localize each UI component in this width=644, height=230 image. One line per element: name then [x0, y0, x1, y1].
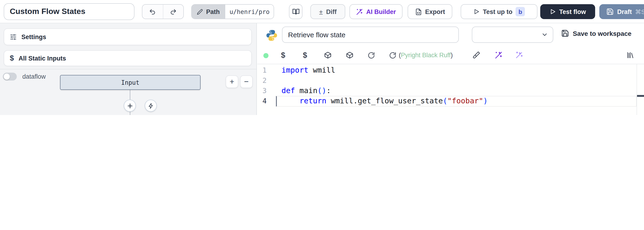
assistants-names: Pyright Black Ruff	[401, 52, 451, 59]
save-to-workspace-label: Save to workspace	[573, 30, 632, 37]
line-number: 4	[257, 96, 267, 106]
package-icon[interactable]	[346, 51, 354, 59]
diff-label: Diff	[326, 8, 337, 15]
settings-label: Settings	[22, 33, 46, 40]
add-step-button[interactable]	[124, 100, 136, 112]
draft-shortcut: ⌘S	[635, 8, 644, 15]
flow-node-input[interactable]: Input	[60, 75, 200, 90]
variables-icon[interactable]: $	[279, 51, 287, 59]
code-lines: 1import wmill23def main():4 return wmill…	[257, 65, 644, 106]
all-static-inputs-label: All Static Inputs	[18, 55, 66, 62]
node-label: Input	[121, 79, 139, 86]
add-trigger-button[interactable]	[145, 100, 157, 112]
redo-button[interactable]	[163, 5, 183, 19]
draft-button[interactable]: Draft ⌘S	[599, 4, 644, 19]
pencil-icon	[197, 9, 203, 15]
reload-icon[interactable]	[367, 51, 375, 59]
undo-button[interactable]	[142, 5, 163, 19]
code-line-3[interactable]: 3def main():	[257, 86, 644, 96]
code-line-4[interactable]: 4 return wmill.get_flow_user_state("foob…	[257, 96, 644, 106]
export-label: Export	[425, 8, 445, 15]
flow-sidebar: Settings $ All Static Inputs dataflow In…	[0, 23, 257, 115]
resources-icon[interactable]: $	[301, 51, 309, 59]
ai-builder-button[interactable]: AI Builder	[350, 4, 402, 19]
code-assistants-label[interactable]: (Pyright Black Ruff)	[399, 52, 453, 59]
line-number: 3	[257, 86, 267, 96]
test-up-to-button[interactable]: Test up to b	[461, 4, 538, 19]
assistants-paren-open: (	[399, 52, 401, 59]
step-editor-panel: Save to workspace $ $ (Pyright Black Ruf…	[257, 23, 644, 115]
ai-sparkles-icon[interactable]	[515, 51, 523, 59]
redo-icon	[170, 8, 177, 15]
reload-icon[interactable]	[388, 51, 396, 59]
code-line-2[interactable]: 2	[257, 75, 644, 86]
sidebar-divider	[0, 69, 256, 69]
docs-button[interactable]	[289, 4, 302, 19]
draft-label: Draft	[617, 8, 632, 15]
test-up-to-step-badge: b	[516, 7, 525, 16]
file-export-icon	[415, 8, 422, 15]
toggle-knob	[4, 74, 10, 80]
save-icon	[561, 29, 569, 37]
export-button[interactable]: Export	[408, 4, 452, 19]
wand-sparkles-icon	[356, 8, 363, 15]
line-number: 1	[257, 65, 267, 75]
sliders-icon	[10, 33, 17, 40]
python-icon	[265, 29, 278, 44]
diff-button[interactable]: ± Diff	[310, 4, 345, 19]
lightning-bolt-icon	[148, 103, 154, 109]
code-text: def main():	[282, 86, 331, 96]
format-brush-icon[interactable]	[472, 51, 480, 59]
top-toolbar: Path u/henri/pro ± Diff AI Builder Expor…	[0, 0, 644, 23]
plus-minus-icon: ±	[319, 8, 323, 16]
undo-redo-group	[142, 4, 184, 19]
all-static-inputs-button[interactable]: $ All Static Inputs	[4, 50, 252, 66]
test-flow-button[interactable]: Test flow	[540, 4, 595, 19]
path-label-segment[interactable]: Path	[192, 5, 225, 19]
play-icon	[549, 8, 556, 15]
zoom-in-button[interactable]: +	[226, 75, 238, 88]
package-icon[interactable]	[324, 51, 332, 59]
chevron-down-icon	[541, 31, 548, 40]
dataflow-toggle-row: dataflow	[3, 73, 46, 81]
test-flow-label: Test flow	[559, 8, 586, 15]
test-up-to-label: Test up to	[483, 8, 512, 15]
code-text: return wmill.get_flow_user_state("foobar…	[282, 96, 488, 106]
dollar-icon: $	[10, 54, 14, 62]
assistants-paren-close: )	[451, 52, 453, 59]
book-open-icon	[292, 8, 300, 15]
dataflow-toggle[interactable]	[3, 73, 17, 81]
line-number: 2	[257, 75, 267, 86]
code-text: import wmill	[282, 65, 335, 75]
language-select[interactable]	[472, 27, 553, 43]
save-icon	[606, 8, 614, 15]
path-control[interactable]: Path u/henri/pro	[191, 4, 274, 19]
step-name-input[interactable]	[282, 27, 459, 43]
ai-builder-label: AI Builder	[366, 8, 396, 15]
code-editor[interactable]: 1import wmill23def main():4 return wmill…	[257, 64, 644, 115]
flow-title-input[interactable]	[4, 3, 134, 20]
undo-icon	[149, 8, 156, 15]
path-value[interactable]: u/henri/pro	[225, 5, 274, 19]
library-icon[interactable]	[626, 51, 634, 59]
app-window: Path u/henri/pro ± Diff AI Builder Expor…	[0, 0, 644, 115]
path-label: Path	[206, 8, 220, 15]
save-to-workspace-button[interactable]: Save to workspace	[561, 29, 632, 37]
play-icon	[473, 8, 480, 15]
plus-icon	[127, 103, 133, 109]
settings-button[interactable]: Settings	[4, 28, 252, 45]
lint-status-dot	[263, 53, 268, 58]
code-line-1[interactable]: 1import wmill	[257, 65, 644, 75]
zoom-out-button[interactable]: −	[240, 75, 253, 88]
dataflow-label: dataflow	[22, 73, 46, 80]
ai-wand-icon[interactable]	[495, 51, 502, 59]
